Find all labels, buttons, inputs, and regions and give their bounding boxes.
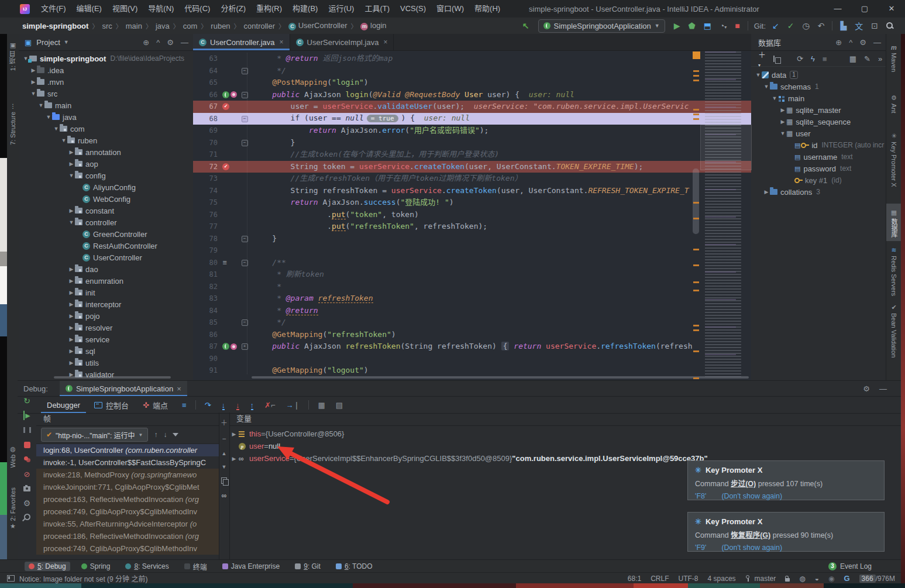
- gear-icon[interactable]: ⚙: [167, 38, 174, 47]
- code-line[interactable]: 91 @GetMapping("logout"): [193, 365, 751, 377]
- gear-icon[interactable]: ⚙: [863, 384, 870, 393]
- fold-marker[interactable]: −: [240, 67, 249, 74]
- sidebar-item-web[interactable]: ◍Web: [7, 443, 19, 467]
- code-line[interactable]: 84 * @return: [193, 305, 751, 317]
- tree-item[interactable]: CUserController: [19, 252, 193, 263]
- tree-item[interactable]: ▼controller: [19, 216, 193, 228]
- minimize-button[interactable]: —: [824, 0, 851, 18]
- translate-icon[interactable]: 文: [855, 20, 863, 32]
- variable-row[interactable]: ▶this = {UserController@8506}: [229, 428, 901, 440]
- layout-settings-icon[interactable]: ▤: [336, 401, 343, 410]
- code-line[interactable]: 82 *: [193, 281, 751, 293]
- move-down-icon[interactable]: ▼: [222, 464, 227, 470]
- code-line[interactable]: 90: [193, 353, 751, 365]
- step-over-icon[interactable]: ↷: [205, 401, 211, 410]
- frame-row[interactable]: invokeJoinpoint:771, CglibAopProxy$Cglib…: [36, 481, 219, 493]
- frame-row[interactable]: proceed:749, CglibAopProxy$CglibMethodIn…: [36, 506, 219, 518]
- table-view-icon[interactable]: ▦: [849, 54, 856, 63]
- close-icon[interactable]: ×: [177, 384, 181, 393]
- run-button[interactable]: ▶: [674, 21, 680, 30]
- profiler-button[interactable]: ◔▾: [720, 21, 727, 30]
- db-tree-item[interactable]: ▶collations3: [751, 186, 886, 198]
- tree-item[interactable]: ▼com: [19, 123, 193, 135]
- tree-arrow-icon[interactable]: ▼: [60, 137, 67, 143]
- menu-item[interactable]: 窗口(W): [431, 0, 469, 18]
- frame-row[interactable]: login:68, UserController (com.ruben.cont…: [36, 444, 219, 456]
- git-rollback-icon[interactable]: ↶: [818, 21, 825, 30]
- db-tree-item[interactable]: ▼main: [751, 92, 886, 104]
- close-icon[interactable]: ×: [280, 38, 284, 46]
- sidebar-item-redis-servers[interactable]: ≋Redis Servers: [886, 245, 901, 296]
- toolwindow-tab-TODO[interactable]: 6: TODO: [332, 562, 377, 571]
- gear-icon[interactable]: ⚙: [859, 38, 866, 47]
- tree-item[interactable]: ▶enumration: [19, 275, 193, 287]
- status-notice[interactable]: Notice: Image folder not set (9 分钟 之前): [19, 573, 147, 583]
- google-icon[interactable]: G: [844, 574, 849, 583]
- tree-item[interactable]: CWebConfig: [19, 193, 193, 205]
- tree-arrow-icon[interactable]: ▶: [30, 79, 37, 85]
- tree-item[interactable]: ▼src: [19, 88, 193, 99]
- breadcrumb-item[interactable]: main: [126, 22, 142, 30]
- tree-arrow-icon[interactable]: ▼: [68, 173, 75, 178]
- db-tree-item[interactable]: ▼schemas1: [751, 81, 886, 92]
- spring-bean-icon[interactable]: [222, 91, 229, 98]
- menu-item[interactable]: 编辑(E): [71, 0, 107, 18]
- add-watch-icon[interactable]: ＋: [221, 417, 228, 427]
- notification-card[interactable]: ✳Key Promoter XCommand 步过(O) pressed 107…: [687, 460, 885, 500]
- db-tree-item[interactable]: ▶▦sqlite_master: [751, 104, 886, 116]
- incognito-icon[interactable]: ◒: [815, 575, 819, 583]
- shortcut-key[interactable]: 'F9': [695, 544, 706, 552]
- locate-icon[interactable]: ⊕: [835, 38, 842, 47]
- tree-item[interactable]: ▶aop: [19, 158, 193, 170]
- code-line[interactable]: 64− */: [193, 65, 751, 77]
- git-branch-widget[interactable]: master: [745, 575, 776, 583]
- code-minimap[interactable]: [700, 51, 751, 377]
- sidebar-item-project[interactable]: ▣1: 项目: [7, 40, 19, 71]
- tree-arrow-icon[interactable]: ▶: [68, 208, 75, 214]
- tree-item[interactable]: ▼config: [19, 170, 193, 181]
- tree-item[interactable]: ▼main: [19, 99, 193, 111]
- menu-item[interactable]: 分析(Z): [215, 0, 251, 18]
- db-tree-item[interactable]: ▼data1: [751, 69, 886, 81]
- menu-item[interactable]: 构建(B): [287, 0, 323, 18]
- duplicate-icon[interactable]: [773, 56, 775, 62]
- db-tree-item[interactable]: ▤passwordtext: [751, 163, 886, 174]
- tree-item[interactable]: ▶service: [19, 333, 193, 345]
- locate-icon[interactable]: ⊕: [143, 38, 149, 47]
- tree-arrow-icon[interactable]: ▼: [779, 130, 786, 136]
- edit-icon[interactable]: ✎: [864, 54, 870, 63]
- menu-item[interactable]: 视图(V): [107, 0, 143, 18]
- tree-arrow-icon[interactable]: ▶: [779, 119, 786, 125]
- readonly-lock-icon[interactable]: [785, 578, 790, 582]
- resume-icon[interactable]: ▶: [23, 411, 30, 420]
- code-line[interactable]: 85− */: [193, 317, 751, 329]
- shortcut-key[interactable]: 'F8': [695, 492, 706, 500]
- breadcrumb-item[interactable]: controller: [244, 22, 275, 30]
- editor-vscrollbar[interactable]: [693, 169, 699, 234]
- mute-breakpoints-icon[interactable]: ⊘: [24, 469, 30, 479]
- filter-icon[interactable]: [173, 433, 178, 436]
- tree-item[interactable]: ▶interceptor: [19, 298, 193, 310]
- force-step-into-icon[interactable]: ↓: [236, 401, 240, 410]
- fold-marker[interactable]: +: [240, 343, 249, 350]
- sidebar-item-maven[interactable]: mMaven: [886, 42, 901, 72]
- code-line[interactable]: 80≣− /**: [193, 257, 751, 269]
- code-line[interactable]: 70− }: [193, 137, 751, 149]
- code-line[interactable]: 63 * @return 返回json格式的map: [193, 53, 751, 65]
- code-line[interactable]: 69 return AjaxJson.error("用户名或密码错误");: [193, 125, 751, 137]
- frame-row[interactable]: invoke:-1, UserController$$FastClassBySp…: [36, 456, 219, 469]
- breadcrumb-item[interactable]: src: [102, 22, 112, 30]
- code-line[interactable]: 78− }: [193, 233, 751, 245]
- thread-selector[interactable]: ✔"http-nio-..."main": 运行中▼: [41, 428, 148, 442]
- toolwindow-tab-Git[interactable]: 9: Git: [291, 562, 325, 571]
- run-to-cursor-icon[interactable]: →❘: [286, 401, 300, 410]
- dark-icon[interactable]: ◉: [828, 575, 834, 583]
- frame-row[interactable]: proceed:186, ReflectiveMethodInvocation …: [36, 530, 219, 542]
- tree-arrow-icon[interactable]: ▶: [68, 301, 75, 307]
- back-arrow-icon[interactable]: ↖: [522, 21, 529, 30]
- code-line[interactable]: 71 //生成token(在每个请求头里加上，用于判断用户登录状态): [193, 149, 751, 161]
- more-icon[interactable]: »: [878, 54, 882, 63]
- code-line[interactable]: 68− if (user == null= true) { user: null: [193, 113, 751, 125]
- run-config-select[interactable]: SimpleSpringbootApplication ▼: [538, 19, 665, 33]
- project-hscrollbar[interactable]: [54, 376, 171, 379]
